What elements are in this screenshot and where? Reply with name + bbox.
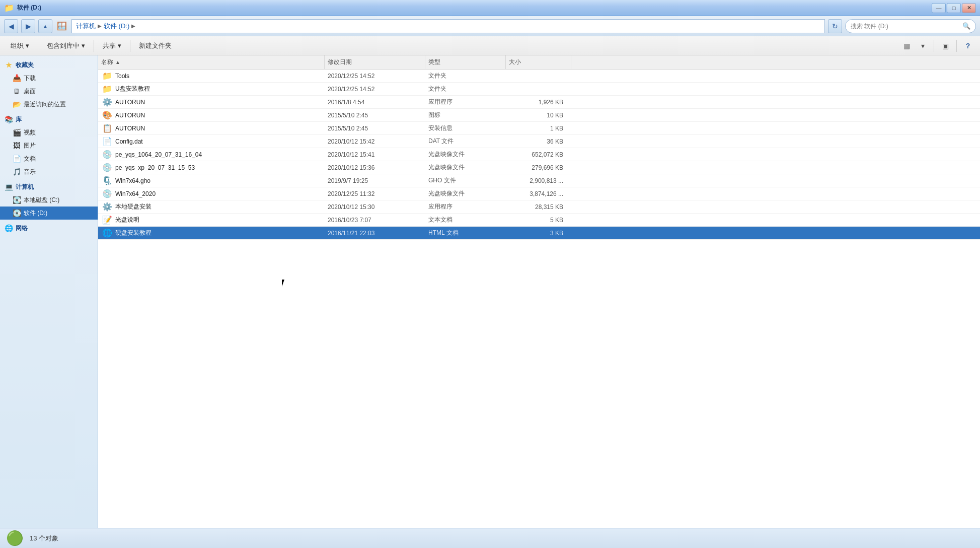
titlebar-controls: — □ ✕: [932, 3, 976, 13]
search-box[interactable]: 🔍: [845, 19, 976, 33]
file-type: 光盘映像文件: [425, 150, 506, 159]
col-header-name[interactable]: 名称 ▲: [98, 55, 325, 69]
file-size: 1 KB: [506, 125, 571, 132]
search-icon[interactable]: 🔍: [962, 22, 970, 30]
favorites-star-icon: ★: [4, 60, 13, 70]
file-icon-exe: ⚙️: [102, 202, 112, 212]
table-row[interactable]: 💿 pe_yqs_xp_20_07_31_15_53 2020/10/12 15…: [98, 161, 980, 174]
table-row[interactable]: 📁 Tools 2020/12/25 14:52 文件夹: [98, 70, 980, 83]
file-icon-html: 🌐: [102, 228, 112, 238]
share-button[interactable]: 共享 ▾: [97, 38, 127, 53]
help-button[interactable]: ?: [961, 39, 975, 53]
file-name-cell: ⚙️ 本地硬盘安装: [98, 202, 325, 212]
search-input[interactable]: [851, 23, 959, 30]
organize-button[interactable]: 组织 ▾: [5, 38, 35, 53]
table-row[interactable]: ⚙️ 本地硬盘安装 2020/10/12 15:30 应用程序 28,315 K…: [98, 200, 980, 214]
table-row[interactable]: 📄 Config.dat 2020/10/12 15:42 DAT 文件 36 …: [98, 135, 980, 148]
view-dropdown-button[interactable]: ▾: [916, 39, 930, 53]
local-c-icon: 💽: [12, 195, 21, 204]
file-icon-ico: 🎨: [102, 110, 112, 120]
file-name-cell: 💿 pe_yqs_xp_20_07_31_15_53: [98, 163, 325, 173]
file-name: Config.dat: [115, 138, 143, 145]
file-date: 2015/5/10 2:45: [325, 125, 425, 132]
file-name-cell: 📁 Tools: [98, 71, 325, 81]
network-icon: 🌐: [4, 224, 13, 233]
windows-icon: 🪟: [55, 20, 68, 33]
sidebar-library-header[interactable]: 📚 库: [0, 113, 98, 126]
preview-button[interactable]: ▣: [938, 39, 952, 53]
table-row[interactable]: 📝 光盘说明 2016/10/23 7:07 文本文档 5 KB: [98, 214, 980, 227]
download-icon: 📥: [12, 74, 21, 83]
software-d-label: 软件 (D:): [24, 209, 47, 218]
address-path[interactable]: 计算机 ▶ 软件 (D:) ▶: [71, 19, 825, 33]
sidebar-item-local-c[interactable]: 💽 本地磁盘 (C:): [0, 193, 98, 207]
file-name-cell: 📝 光盘说明: [98, 215, 325, 225]
sidebar-item-download[interactable]: 📥 下载: [0, 72, 98, 85]
sidebar-item-music[interactable]: 🎵 音乐: [0, 165, 98, 178]
recent-label: 最近访问的位置: [24, 100, 66, 109]
table-row[interactable]: 💿 pe_yqs_1064_20_07_31_16_04 2020/10/12 …: [98, 148, 980, 161]
view-toggle-button[interactable]: ▦: [899, 39, 914, 53]
file-date: 2020/10/12 15:36: [325, 164, 425, 171]
table-row[interactable]: 🎨 AUTORUN 2015/5/10 2:45 图标 10 KB: [98, 109, 980, 122]
sidebar-item-software-d[interactable]: 💽 软件 (D:): [0, 207, 98, 220]
col-type-label: 类型: [428, 58, 440, 66]
file-icon-iso: 💿: [102, 163, 112, 173]
file-icon-inf: 📋: [102, 123, 112, 133]
file-icon-exe: ⚙️: [102, 97, 112, 107]
file-type: GHO 文件: [425, 176, 506, 185]
toolbar-separator-3: [130, 40, 130, 52]
col-header-size[interactable]: 大小: [506, 55, 571, 69]
col-header-type[interactable]: 类型: [425, 55, 506, 69]
file-name-cell: ⚙️ AUTORUN: [98, 97, 325, 107]
file-type: 应用程序: [425, 98, 506, 106]
file-type: 应用程序: [425, 202, 506, 211]
sidebar-item-doc[interactable]: 📄 文档: [0, 152, 98, 165]
toolbar: 组织 ▾ 包含到库中 ▾ 共享 ▾ 新建文件夹 ▦ ▾ ▣ ?: [0, 36, 980, 55]
refresh-button[interactable]: ↻: [828, 19, 842, 33]
file-name: Tools: [115, 73, 129, 80]
col-header-date[interactable]: 修改日期: [325, 55, 425, 69]
minimize-button[interactable]: —: [932, 3, 946, 13]
new-folder-button[interactable]: 新建文件夹: [133, 38, 177, 53]
file-name-cell: 🗜️ Win7x64.gho: [98, 176, 325, 186]
file-icon-iso: 💿: [102, 189, 112, 199]
sidebar-computer-header[interactable]: 💻 计算机: [0, 180, 98, 193]
sidebar-favorites-header[interactable]: ★ 收藏夹: [0, 58, 98, 72]
local-c-label: 本地磁盘 (C:): [24, 196, 59, 204]
table-row[interactable]: 🗜️ Win7x64.gho 2019/9/7 19:25 GHO 文件 2,9…: [98, 174, 980, 187]
table-row[interactable]: ⚙️ AUTORUN 2016/1/8 4:54 应用程序 1,926 KB: [98, 96, 980, 109]
include-library-button[interactable]: 包含到库中 ▾: [41, 38, 91, 53]
file-name-cell: 📁 U盘安装教程: [98, 84, 325, 94]
sidebar-network-header[interactable]: 🌐 网络: [0, 222, 98, 235]
table-row[interactable]: 📁 U盘安装教程 2020/12/25 14:52 文件夹: [98, 83, 980, 96]
file-date: 2016/11/21 22:03: [325, 230, 425, 237]
up-button[interactable]: ▲: [38, 19, 52, 33]
file-content[interactable]: 名称 ▲ 修改日期 类型 大小 📁 Tools 2020/12/25 14:52…: [98, 55, 980, 528]
file-name: pe_yqs_xp_20_07_31_15_53: [115, 164, 195, 171]
forward-button[interactable]: ▶: [21, 19, 35, 33]
sidebar-item-recent[interactable]: 📂 最近访问的位置: [0, 98, 98, 111]
path-segment-drive[interactable]: 软件 (D:): [104, 22, 129, 31]
video-icon: 🎬: [12, 128, 21, 137]
file-date: 2020/12/25 14:52: [325, 73, 425, 80]
path-segment-computer[interactable]: 计算机: [76, 22, 96, 31]
sidebar-item-image[interactable]: 🖼 图片: [0, 139, 98, 152]
maximize-button[interactable]: □: [947, 3, 961, 13]
toolbar-separator-4: [934, 40, 934, 52]
table-row[interactable]: 📋 AUTORUN 2015/5/10 2:45 安装信息 1 KB: [98, 122, 980, 135]
new-folder-label: 新建文件夹: [139, 41, 172, 50]
organize-label: 组织: [11, 41, 24, 50]
file-size: 3,874,126 ...: [506, 190, 571, 197]
file-list-header: 名称 ▲ 修改日期 类型 大小: [98, 55, 980, 70]
table-row[interactable]: 💿 Win7x64_2020 2020/12/25 11:32 光盘映像文件 3…: [98, 187, 980, 200]
table-row[interactable]: 🌐 硬盘安装教程 2016/11/21 22:03 HTML 文档 3 KB: [98, 227, 980, 240]
close-button[interactable]: ✕: [962, 3, 976, 13]
sidebar-item-desktop[interactable]: 🖥 桌面: [0, 85, 98, 98]
path-arrow-2: ▶: [131, 23, 135, 29]
sidebar-section-network: 🌐 网络: [0, 222, 98, 235]
back-button[interactable]: ◀: [4, 19, 18, 33]
sidebar-section-computer: 💻 计算机 💽 本地磁盘 (C:) 💽 软件 (D:): [0, 180, 98, 220]
computer-icon: 💻: [4, 182, 13, 191]
sidebar-item-video[interactable]: 🎬 视频: [0, 126, 98, 139]
